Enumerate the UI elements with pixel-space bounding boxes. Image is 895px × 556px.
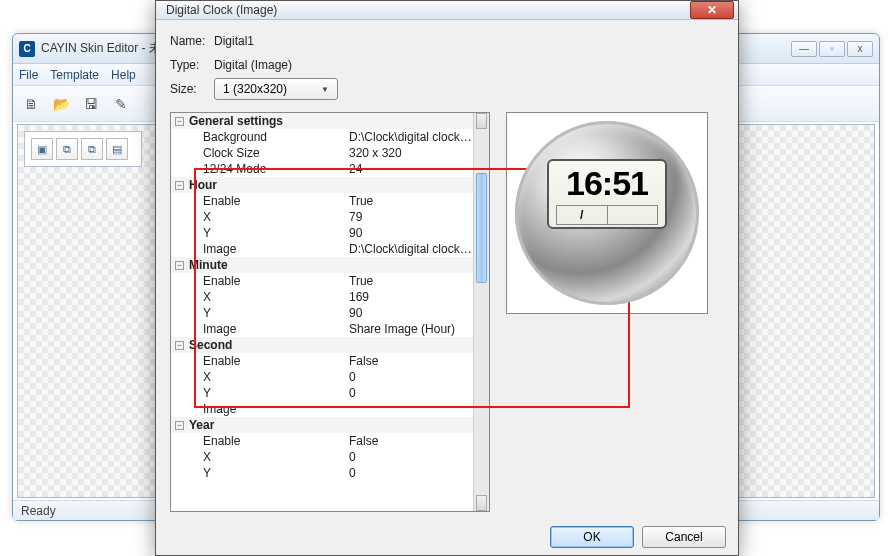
clock-preview: 16:51 / [515, 121, 699, 305]
prop-hour-enable-key: Enable [189, 194, 349, 208]
collapse-icon[interactable]: − [175, 341, 184, 350]
prop-min-image-key: Image [189, 322, 349, 336]
group-general: General settings [189, 114, 349, 128]
prop-year-x-key: X [189, 450, 349, 464]
close-icon[interactable]: ✕ [690, 1, 734, 19]
group-hour: Hour [189, 178, 349, 192]
new-icon[interactable]: 🗎 [19, 92, 43, 116]
status-text: Ready [21, 504, 56, 518]
clock-time-display: 16:51 [566, 161, 648, 205]
prop-sec-x-val[interactable]: 0 [349, 370, 473, 384]
collapse-icon[interactable]: − [175, 181, 184, 190]
group-minute: Minute [189, 258, 349, 272]
collapse-icon[interactable]: − [175, 261, 184, 270]
prop-min-enable-val[interactable]: True [349, 274, 473, 288]
prop-min-x-key: X [189, 290, 349, 304]
dialog-titlebar[interactable]: Digital Clock (Image) ✕ [156, 1, 738, 20]
name-label: Name: [170, 34, 214, 48]
cancel-button[interactable]: Cancel [642, 526, 726, 548]
dialog-body: Name: Digital1 Type: Digital (Image) Siz… [156, 20, 738, 518]
parent-sidebar: ▣ ⧉ ⧉ ▤ [24, 131, 142, 167]
prop-hour-y-val[interactable]: 90 [349, 226, 473, 240]
dialog-button-bar: OK Cancel [156, 518, 738, 556]
prop-min-y-key: Y [189, 306, 349, 320]
parent-title: CAYIN Skin Editor - 未 [41, 40, 161, 57]
prop-hour-x-key: X [189, 210, 349, 224]
prop-sec-y-key: Y [189, 386, 349, 400]
prop-min-x-val[interactable]: 169 [349, 290, 473, 304]
menu-help[interactable]: Help [111, 68, 136, 82]
clock-date-right [608, 206, 658, 224]
prop-min-y-val[interactable]: 90 [349, 306, 473, 320]
collapse-icon[interactable]: − [175, 117, 184, 126]
prop-hour-y-key: Y [189, 226, 349, 240]
sidebar-tool-2-icon[interactable]: ⧉ [56, 138, 78, 160]
prop-hour-enable-val[interactable]: True [349, 194, 473, 208]
open-icon[interactable]: 📂 [49, 92, 73, 116]
prop-background-val[interactable]: D:\Clock\digital clock\M... [349, 130, 473, 144]
sidebar-tool-3-icon[interactable]: ⧉ [81, 138, 103, 160]
type-label: Type: [170, 58, 214, 72]
menu-file[interactable]: File [19, 68, 38, 82]
save-icon[interactable]: 🖫 [79, 92, 103, 116]
prop-background-key: Background [189, 130, 349, 144]
prop-sec-enable-key: Enable [189, 354, 349, 368]
clock-date-left: / [557, 206, 608, 224]
prop-mode-key: 12/24 Mode [189, 162, 349, 176]
menu-template[interactable]: Template [50, 68, 99, 82]
type-value: Digital (Image) [214, 58, 292, 72]
dialog-title: Digital Clock (Image) [166, 3, 277, 17]
prop-min-image-val[interactable]: Share Image (Hour) [349, 322, 473, 336]
prop-clocksize-key: Clock Size [189, 146, 349, 160]
size-select[interactable]: 1 (320x320) [214, 78, 338, 100]
sidebar-tool-4-icon[interactable]: ▤ [106, 138, 128, 160]
group-second: Second [189, 338, 349, 352]
sidebar-tool-1-icon[interactable]: ▣ [31, 138, 53, 160]
collapse-icon[interactable]: − [175, 421, 184, 430]
edit-icon[interactable]: ✎ [109, 92, 133, 116]
prop-sec-y-val[interactable]: 0 [349, 386, 473, 400]
clock-date-row: / [556, 205, 658, 225]
prop-year-enable-key: Enable [189, 434, 349, 448]
prop-year-enable-val[interactable]: False [349, 434, 473, 448]
parent-close-button[interactable]: x [847, 41, 873, 57]
properties-scrollbar[interactable] [473, 113, 489, 511]
name-value: Digital1 [214, 34, 254, 48]
prop-hour-x-val[interactable]: 79 [349, 210, 473, 224]
properties-grid[interactable]: −General settings BackgroundD:\Clock\dig… [170, 112, 490, 512]
group-year: Year [189, 418, 349, 432]
app-icon: C [19, 41, 35, 57]
digital-clock-dialog: Digital Clock (Image) ✕ Name: Digital1 T… [155, 0, 739, 556]
prop-min-enable-key: Enable [189, 274, 349, 288]
clock-face: 16:51 / [547, 159, 667, 229]
parent-minimize-button[interactable]: — [791, 41, 817, 57]
ok-button[interactable]: OK [550, 526, 634, 548]
prop-hour-image-key: Image [189, 242, 349, 256]
prop-mode-val[interactable]: 24 [349, 162, 473, 176]
prop-sec-x-key: X [189, 370, 349, 384]
scrollbar-thumb[interactable] [476, 173, 487, 283]
prop-clocksize-val[interactable]: 320 x 320 [349, 146, 473, 160]
parent-maximize-button[interactable]: ▫ [819, 41, 845, 57]
prop-hour-image-val[interactable]: D:\Clock\digital clock\M... [349, 242, 473, 256]
prop-year-y-key: Y [189, 466, 349, 480]
properties-panel: −General settings BackgroundD:\Clock\dig… [170, 112, 490, 512]
prop-sec-enable-val[interactable]: False [349, 354, 473, 368]
preview-panel: 16:51 / [506, 112, 708, 314]
size-select-value: 1 (320x320) [223, 82, 287, 96]
prop-sec-image-key: Image [189, 402, 349, 416]
prop-year-x-val[interactable]: 0 [349, 450, 473, 464]
size-label: Size: [170, 82, 214, 96]
prop-year-y-val[interactable]: 0 [349, 466, 473, 480]
